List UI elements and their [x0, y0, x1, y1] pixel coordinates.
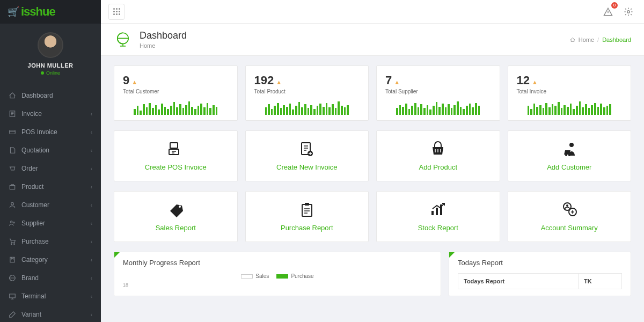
pos-invoice-icon [167, 141, 184, 158]
sidebar-item-variant[interactable]: Variant ‹ [0, 305, 101, 322]
actions-row-2: Sales Report Purchase Report Stock Repor… [114, 191, 631, 242]
sidebar-item-category[interactable]: Category ‹ [0, 251, 101, 269]
todays-report-title: Todays Report [449, 252, 631, 273]
stat-supplier: 7▲ Total Supplier [376, 65, 500, 121]
notifications-button[interactable]: 0 [600, 4, 616, 20]
brand-logo[interactable]: 🛒 isshue [8, 5, 55, 19]
sidebar-item-quotation[interactable]: Quotation ‹ [0, 141, 101, 159]
cart-icon: 🛒 [8, 6, 19, 18]
main-area: 0 Dashboard Home Home / Dashboard [101, 0, 644, 322]
action-create-pos-invoice[interactable]: Create POS Invoice [114, 130, 238, 181]
svg-point-19 [179, 206, 181, 208]
clipboard-icon [298, 201, 316, 218]
supplier-icon [9, 219, 16, 227]
dashboard-icon [9, 92, 16, 99]
sidebar-nav: Dashboard Invoice ‹ POS Invoice ‹ Quotat… [0, 86, 101, 322]
notification-badge: 0 [611, 2, 618, 9]
sidebar-item-brand[interactable]: Brand ‹ [0, 269, 101, 287]
svg-point-17 [565, 154, 567, 156]
page-title: Dashboard [140, 30, 187, 41]
sidebar-item-pos-invoice[interactable]: POS Invoice ‹ [0, 123, 101, 141]
chevron-left-icon: ‹ [91, 166, 92, 172]
account-summary-icon [561, 201, 578, 218]
topbar: 0 [101, 0, 644, 24]
terminal-icon [9, 292, 16, 300]
reports-row: Monthly Progress Report Sales Purchase 1… [114, 252, 631, 296]
svg-rect-21 [305, 203, 309, 206]
sidebar-item-dashboard[interactable]: Dashboard [0, 86, 101, 105]
legend-swatch-sales [241, 274, 253, 279]
avatar[interactable] [38, 32, 63, 58]
svg-point-23 [566, 204, 568, 207]
chevron-left-icon: ‹ [91, 257, 92, 263]
svg-rect-1 [10, 130, 16, 134]
customer-icon [9, 201, 16, 209]
action-stock-report[interactable]: Stock Report [376, 191, 500, 242]
svg-point-18 [568, 154, 570, 156]
action-add-product[interactable]: Add Product [376, 130, 500, 181]
page-subtitle: Home [140, 42, 187, 49]
sidebar-item-purchase[interactable]: Purchase ‹ [0, 232, 101, 251]
new-invoice-icon [298, 141, 316, 158]
home-icon [570, 37, 575, 42]
apps-menu-button[interactable] [108, 4, 125, 20]
svg-point-16 [569, 143, 574, 147]
chevron-left-icon: ‹ [91, 202, 92, 208]
stat-customer: 9▲ Total Customer [114, 65, 238, 121]
page-header: Dashboard Home Home / Dashboard [101, 24, 644, 56]
action-sales-report[interactable]: Sales Report [114, 191, 238, 242]
chevron-left-icon: ‹ [91, 312, 92, 318]
breadcrumb: Home / Dashboard [570, 36, 631, 43]
sidebar-item-order[interactable]: Order ‹ [0, 159, 101, 178]
breadcrumb-home[interactable]: Home [579, 36, 594, 43]
chart-up-icon [429, 201, 447, 218]
todays-report-table-header: Todays Report TK [458, 273, 622, 289]
action-create-invoice[interactable]: Create New Invoice [245, 130, 369, 181]
chevron-left-icon: ‹ [91, 221, 92, 226]
svg-point-6 [14, 244, 15, 245]
actions-row-1: Create POS Invoice Create New Invoice Ad… [114, 130, 631, 181]
action-account-summary[interactable]: Account Summary [508, 191, 632, 242]
trend-up-icon: ▲ [532, 79, 538, 85]
brand-text: isshue [21, 5, 55, 19]
gear-icon [624, 7, 633, 17]
product-icon [9, 183, 16, 191]
action-add-customer[interactable]: Add Customer [508, 130, 632, 181]
stat-invoice: 12▲ Total Invoice [508, 65, 632, 121]
sidebar-item-invoice[interactable]: Invoice ‹ [0, 105, 101, 123]
sparkline-chart [254, 100, 360, 115]
category-icon [9, 256, 16, 264]
chevron-left-icon: ‹ [91, 294, 92, 299]
svg-rect-12 [170, 143, 178, 148]
settings-button[interactable] [620, 4, 636, 20]
purchase-icon [9, 238, 16, 245]
sidebar-item-product[interactable]: Product ‹ [0, 178, 101, 196]
content: 9▲ Total Customer 192▲ Total Product 7▲ … [101, 56, 644, 322]
svg-point-3 [11, 221, 13, 223]
sparkline-chart [517, 100, 623, 115]
status-dot-icon [41, 71, 44, 75]
action-purchase-report[interactable]: Purchase Report [245, 191, 369, 242]
sidebar-item-customer[interactable]: Customer ‹ [0, 196, 101, 214]
invoice-icon [9, 110, 16, 118]
warning-icon [603, 7, 613, 17]
svg-point-2 [11, 202, 14, 205]
sidebar-item-supplier[interactable]: Supplier ‹ [0, 214, 101, 232]
monthly-progress-title: Monthly Progress Report [114, 252, 441, 273]
sparkline-chart [123, 100, 229, 115]
trend-up-icon: ▲ [131, 79, 137, 85]
trend-up-icon: ▲ [394, 79, 400, 85]
logo-area: 🛒 isshue [0, 0, 101, 24]
svg-rect-7 [10, 257, 14, 262]
stat-product: 192▲ Total Product [245, 65, 369, 121]
chevron-left-icon: ‹ [91, 239, 92, 245]
chevron-left-icon: ‹ [91, 275, 92, 281]
user-status: Online [41, 70, 60, 76]
sidebar-item-terminal[interactable]: Terminal ‹ [0, 287, 101, 305]
stats-row: 9▲ Total Customer 192▲ Total Product 7▲ … [114, 65, 631, 121]
sales-tag-icon [167, 201, 184, 218]
breadcrumb-current: Dashboard [602, 36, 631, 43]
profile-block: JOHN MULLER Online [0, 24, 101, 82]
monthly-progress-panel: Monthly Progress Report Sales Purchase 1… [114, 252, 441, 296]
basket-icon [429, 141, 447, 158]
